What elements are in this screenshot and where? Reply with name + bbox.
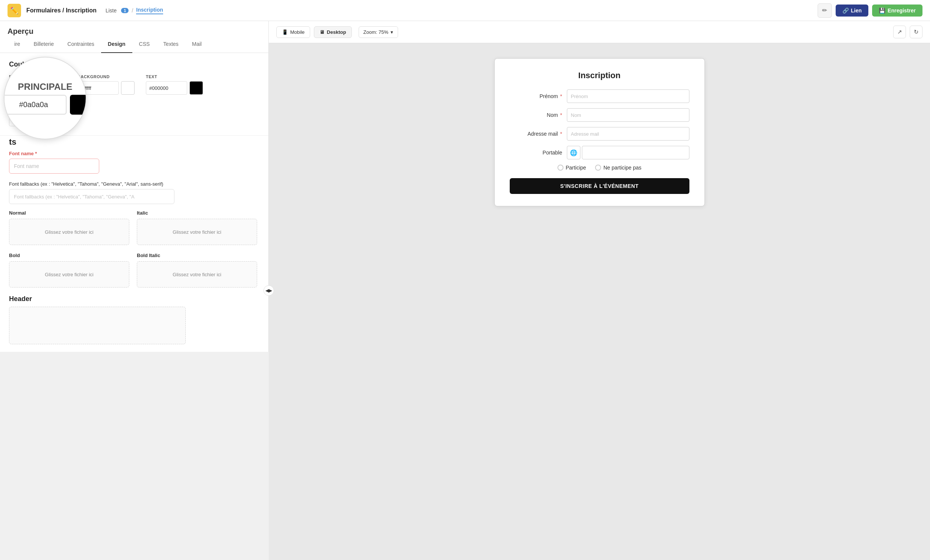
enregistrer-label: Enregistrer <box>887 8 916 14</box>
text-input[interactable] <box>146 81 187 95</box>
drop-zones-row1: Normal Glissez votre fichier ici Italic … <box>0 210 268 252</box>
topbar-actions: ✏ 🔗 Lien 💾 Enregistrer <box>818 3 922 18</box>
nom-input[interactable] <box>567 108 690 122</box>
font-fields: Font name * Font fallbacks (ex : "Helvet… <box>0 151 268 210</box>
enregistrer-button[interactable]: 💾 Enregistrer <box>872 5 922 17</box>
italic-drop-text: Glissez votre fichier ici <box>172 229 221 235</box>
desktop-icon: 🖥 <box>320 29 325 35</box>
form-preview: Inscription Prénom * Nom * Adresse mail <box>494 58 705 206</box>
tab-css[interactable]: CSS <box>132 36 157 53</box>
font-fallback-label: Font fallbacks (ex : "Helvetica", "Tahom… <box>9 181 259 187</box>
phone-input[interactable] <box>582 146 690 159</box>
globe-icon: 🌐 <box>570 149 577 156</box>
breadcrumb-separator: / <box>132 8 133 14</box>
portable-row: Portable 🌐 <box>510 146 690 159</box>
mobile-icon: 📱 <box>282 29 288 35</box>
tab-billeterie[interactable]: Billeterie <box>27 36 61 53</box>
page-title: Formulaires / Inscription <box>26 7 97 14</box>
radio-non-participe[interactable]: Ne participe pas <box>595 165 641 171</box>
form-title: Inscription <box>510 71 690 80</box>
zoom-label: Zoom: 75% <box>363 29 388 35</box>
header-dropzone[interactable] <box>9 307 186 344</box>
background-swatch[interactable] <box>121 81 135 95</box>
nom-label: Nom * <box>510 112 562 118</box>
radio-row: Participe Ne participe pas <box>510 165 690 171</box>
header-section: Header <box>0 295 268 352</box>
collapse-button[interactable]: ◀▶ <box>263 285 274 296</box>
bold-drop-text: Glissez votre fichier ici <box>45 272 93 277</box>
submit-button[interactable]: S'INSCRIRE À L'ÉVÉNEMENT <box>510 178 690 194</box>
tab-mail[interactable]: Mail <box>185 36 209 53</box>
radio-participe[interactable]: Participe <box>557 165 586 171</box>
refresh-button[interactable]: ↻ <box>910 26 922 38</box>
radio-non-participe-label: Ne participe pas <box>604 165 641 171</box>
font-name-label: Font name * <box>9 151 99 156</box>
magnifier-overlay: PRINCIPALE #0a0a0a <box>4 57 86 140</box>
bold-italic-dropzone[interactable]: Glissez votre fichier ici <box>137 261 257 288</box>
zoom-select[interactable]: Zoom: 75% ▾ <box>359 26 398 38</box>
mobile-label: Mobile <box>290 29 305 35</box>
normal-label: Normal <box>9 210 129 216</box>
save-icon: 💾 <box>879 8 885 14</box>
font-fallback-input[interactable] <box>9 189 174 204</box>
bold-italic-group: Bold Italic Glissez votre fichier ici <box>137 252 257 288</box>
bold-dropzone[interactable]: Glissez votre fichier ici <box>9 261 129 288</box>
italic-dropzone[interactable]: Glissez votre fichier ici <box>137 219 257 245</box>
email-row: Adresse mail * <box>510 127 690 140</box>
chevron-down-icon: ▾ <box>391 29 393 35</box>
portable-label: Portable <box>510 149 562 155</box>
phone-row: 🌐 <box>567 146 690 159</box>
breadcrumb-list[interactable]: Liste <box>106 8 117 14</box>
breadcrumb-badge: 1 <box>121 8 129 13</box>
edit-button[interactable]: ✏ <box>818 3 832 18</box>
main-layout: Aperçu ire Billeterie Contraintes Design… <box>0 21 930 560</box>
normal-dropzone[interactable]: Glissez votre fichier ici <box>9 219 129 245</box>
tab-design[interactable]: Design <box>101 36 132 53</box>
normal-group: Normal Glissez votre fichier ici <box>9 210 129 245</box>
tab-textes[interactable]: Textes <box>156 36 185 53</box>
breadcrumb-active: Inscription <box>136 7 163 14</box>
edit-icon: ✏ <box>822 7 827 14</box>
apercu-label: Aperçu <box>0 21 268 36</box>
lien-button[interactable]: 🔗 Lien <box>836 5 869 17</box>
font-name-group: Font name * <box>9 151 99 174</box>
font-name-input[interactable] <box>9 158 99 174</box>
italic-label: Italic <box>137 210 257 216</box>
email-label: Adresse mail * <box>510 131 562 137</box>
prenom-label: Prénom * <box>510 93 562 99</box>
text-swatch[interactable] <box>189 81 203 95</box>
refresh-icon: ↻ <box>914 29 919 35</box>
nom-required: * <box>559 112 562 118</box>
phone-flag[interactable]: 🌐 <box>567 146 580 159</box>
left-panel-wrapper: Aperçu ire Billeterie Contraintes Design… <box>0 21 269 560</box>
prenom-required: * <box>559 93 562 99</box>
email-required: * <box>559 131 562 137</box>
italic-group: Italic Glissez votre fichier ici <box>137 210 257 245</box>
bold-group: Bold Glissez votre fichier ici <box>9 252 129 288</box>
text-group: TEXT <box>146 74 203 95</box>
link-icon: 🔗 <box>842 8 849 14</box>
magnifier-content: PRINCIPALE #0a0a0a <box>4 82 86 115</box>
email-input[interactable] <box>567 127 690 140</box>
drop-zones-row2: Bold Glissez votre fichier ici Bold Ital… <box>0 252 268 295</box>
font-fallback-group: Font fallbacks (ex : "Helvetica", "Tahom… <box>9 181 259 204</box>
desktop-button[interactable]: 🖥 Desktop <box>314 26 351 38</box>
tab-contraintes[interactable]: Contraintes <box>60 36 101 53</box>
radio-non-participe-circle <box>595 165 601 171</box>
ts-label: ts <box>0 137 268 151</box>
tab-ire[interactable]: ire <box>8 36 27 53</box>
bold-label: Bold <box>9 252 129 258</box>
share-button[interactable]: ↗ <box>893 26 906 38</box>
prenom-input[interactable] <box>567 89 690 103</box>
mobile-button[interactable]: 📱 Mobile <box>276 26 310 38</box>
tabs: ire Billeterie Contraintes Design CSS Te… <box>0 36 268 53</box>
font-name-required: * <box>34 151 37 156</box>
logo-icon: ✏️ <box>10 6 18 15</box>
radio-participe-circle <box>557 165 564 171</box>
radio-participe-label: Participe <box>566 165 586 171</box>
preview-area: Inscription Prénom * Nom * Adresse mail <box>269 43 930 560</box>
text-label: TEXT <box>146 74 203 79</box>
lien-label: Lien <box>851 8 862 14</box>
bold-italic-label: Bold Italic <box>137 252 257 258</box>
normal-drop-text: Glissez votre fichier ici <box>45 229 93 235</box>
